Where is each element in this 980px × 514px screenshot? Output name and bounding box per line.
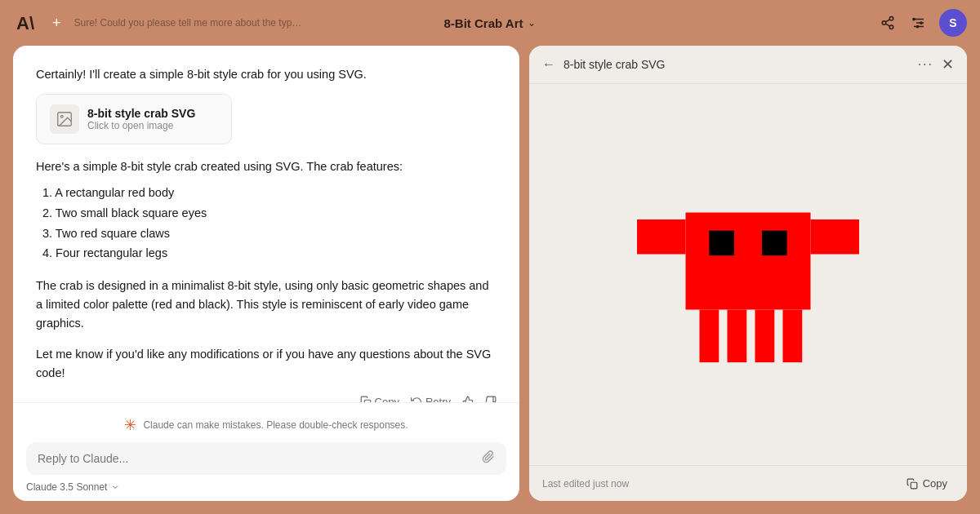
svg-point-1 [889,17,893,21]
feature-item-1: 1. A rectangular red body [36,183,497,203]
new-chat-button[interactable]: + [46,11,68,35]
chat-messages: Certainly! I'll create a simple 8-bit st… [13,46,519,402]
artifact-card[interactable]: 8-bit style crab SVG Click to open image [36,94,232,144]
description-text: The crab is designed in a minimalist 8-b… [36,277,497,334]
main-content: Certainly! I'll create a simple 8-bit st… [0,46,980,514]
notice-text: Claude can make mistakes. Please double-… [143,419,408,431]
chevron-down-icon: ⌄ [528,17,536,29]
feature-item-2: 2. Two small black square eyes [36,203,497,224]
svg-rect-21 [728,309,747,362]
model-selector[interactable]: Claude 3.5 Sonnet [26,481,120,493]
artifact-subtitle: Click to open image [87,120,195,131]
feature-list: 1. A rectangular red body 2. Two small b… [36,183,497,264]
svg-rect-16 [637,219,686,255]
share-button[interactable] [877,12,898,33]
thumbs-down-button[interactable] [485,396,497,402]
svg-point-2 [882,21,886,25]
svg-point-10 [920,22,922,24]
svg-line-5 [885,20,889,22]
svg-rect-15 [686,212,811,309]
model-name: Claude 3.5 Sonnet [26,481,107,493]
features-intro: Here's a simple 8-bit style crab created… [36,157,497,176]
reply-input[interactable] [38,452,475,465]
chat-bottom: ✳ Claude can make mistakes. Please doubl… [13,402,519,501]
chat-panel: Certainly! I'll create a simple 8-bit st… [13,46,519,501]
svg-rect-18 [709,230,734,255]
svg-point-13 [60,116,63,118]
claude-notice: ✳ Claude can make mistakes. Please doubl… [26,413,506,442]
crab-image [609,136,887,414]
asterisk-icon: ✳ [124,416,136,434]
svg-rect-22 [755,309,775,362]
svg-rect-19 [762,230,787,255]
intro-message: Certainly! I'll create a simple 8-bit st… [36,65,497,84]
feature-item-3: 3. Two red square claws [36,224,497,244]
svg-text:A\: A\ [16,13,34,33]
copy-button[interactable]: Copy [900,474,954,493]
retry-button[interactable]: Retry [411,396,451,402]
svg-rect-24 [911,482,917,489]
chat-title: 8-Bit Crab Art [444,16,523,30]
topbar-right: S [877,9,967,37]
svg-line-4 [885,24,889,26]
reply-input-wrap [26,442,506,475]
preview-content [529,84,967,465]
preview-timestamp: Last edited just now [542,478,629,490]
preview-panel: ← 8-bit style crab SVG ··· ✕ [529,46,967,501]
thumbs-up-button[interactable] [462,396,474,402]
svg-rect-17 [811,219,860,255]
svg-rect-23 [783,309,803,362]
copy-button[interactable]: Copy [360,396,399,402]
topbar-center: 8-Bit Crab Art ⌄ [444,16,537,30]
preview-footer: Last edited just now Copy [529,465,967,501]
preview-close-button[interactable]: ✕ [942,55,954,73]
logo: A\ [13,10,39,36]
preview-header: ← 8-bit style crab SVG ··· ✕ [529,46,967,84]
svg-point-9 [913,18,915,20]
settings-button[interactable] [908,12,929,33]
svg-point-3 [889,25,893,29]
preview-title: 8-bit style crab SVG [564,58,910,71]
artifact-icon [50,104,79,134]
feature-item-4: 4. Four rectangular legs [36,243,497,264]
attach-button[interactable] [482,450,495,467]
svg-rect-20 [700,309,719,362]
artifact-title: 8-bit style crab SVG [87,107,195,120]
message-actions: Copy Retry [36,396,497,402]
tab-hint[interactable]: Sure! Could you please tell me more abou… [74,17,303,29]
topbar-left: A\ + Sure! Could you please tell me more… [13,10,303,36]
preview-menu-button[interactable]: ··· [918,57,933,72]
artifact-info: 8-bit style crab SVG Click to open image [87,107,195,131]
topbar: A\ + Sure! Could you please tell me more… [0,0,980,46]
preview-back-button[interactable]: ← [542,57,555,72]
copy-label: Copy [923,477,947,490]
avatar[interactable]: S [939,9,967,37]
closing-text: Let me know if you'd like any modificati… [36,345,497,383]
svg-point-11 [916,25,918,27]
